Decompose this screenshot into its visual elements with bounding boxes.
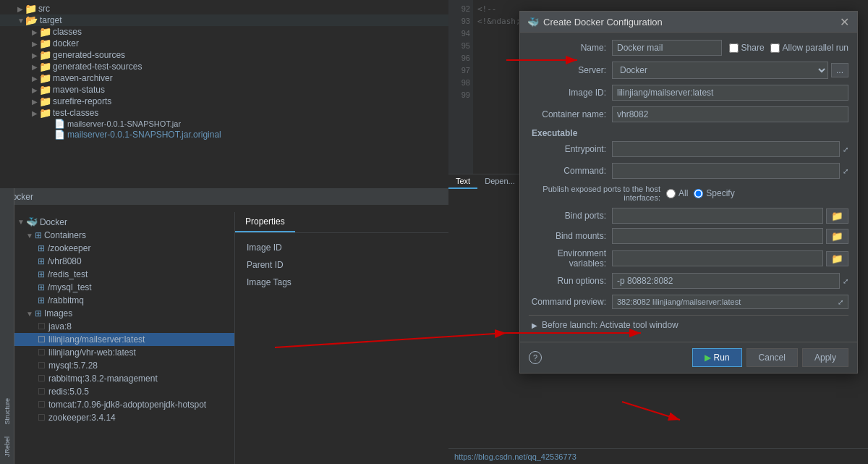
bind-mounts-browse[interactable]: 📁 [826, 229, 848, 244]
docker-tree-rabbitmq[interactable]: ⊞ /rabbitmq [14, 294, 234, 307]
tree-item-jar2[interactable]: 📄 mailserver-0.0.1-SNAPSHOT.jar.original [0, 129, 448, 140]
docker-tree: ▼ 🐳 Docker ▼ ⊞ Containers ⊞ /zookeeper ⊞… [14, 212, 235, 464]
share-label: Share [741, 43, 765, 53]
line-num-99: 99 [451, 89, 470, 101]
command-label: Command: [529, 166, 612, 176]
footer-left: ? [529, 351, 542, 364]
docker-containers-label: Containers [44, 230, 86, 240]
docker-tree-vhr8080[interactable]: ⊞ /vhr8080 [14, 255, 234, 268]
folder-icon: 📁 [25, 4, 36, 13]
server-more-btn[interactable]: ... [831, 63, 848, 77]
tab-image-id[interactable]: Image ID [241, 239, 443, 256]
entrypoint-input[interactable] [612, 141, 840, 157]
tree-item-jar1[interactable]: 📄 mailserver-0.0.1-SNAPSHOT.jar [0, 119, 448, 129]
docker-tree-zookeeper[interactable]: ⊞ /zookeeper [14, 242, 234, 255]
file-icon: 📄 [54, 119, 65, 128]
docker-tree-containers[interactable]: ▼ ⊞ Containers [14, 229, 234, 242]
before-launch-section[interactable]: ▶ Before launch: Activate tool window [529, 315, 848, 334]
folder-icon: 📁 [39, 97, 51, 106]
command-preview-row: Command preview: 382:8082 lilinjiang/mai… [529, 295, 848, 309]
docker-item-label: /redis_test [48, 269, 88, 279]
tree-label: mailserver-0.0.1-SNAPSHOT.jar.original [67, 130, 221, 140]
docker-tabs: Properties [235, 212, 448, 233]
cancel-button[interactable]: Cancel [746, 348, 798, 367]
tree-item-gen-test[interactable]: ▶ 📁 generated-test-sources [0, 61, 448, 72]
radio-specify-text: Specify [706, 188, 734, 198]
radio-specify-label[interactable]: Specify [694, 188, 734, 198]
tree-item-maven-archiver[interactable]: ▶ 📁 maven-archiver [0, 72, 448, 84]
command-preview-expand-icon[interactable]: ⤢ [838, 298, 843, 306]
tab-properties[interactable]: Properties [235, 212, 295, 232]
image-id-row: Image ID: [529, 85, 848, 101]
radio-all-label[interactable]: All [666, 188, 688, 198]
rebel-tab[interactable]: JRebel [4, 436, 11, 457]
docker-tree-rabbitmq-img[interactable]: ☐ rabbitmq:3.8.2-management [14, 372, 234, 385]
run-options-expand-icon[interactable]: ⤢ [843, 277, 848, 285]
tab-text[interactable]: Text [448, 174, 477, 189]
folder-open-icon: 📂 [26, 16, 38, 25]
close-button[interactable]: ✕ [838, 16, 850, 28]
docker-tree-mysql[interactable]: ⊞ /mysql_test [14, 281, 234, 294]
env-vars-input[interactable] [612, 250, 823, 266]
tree-item-test-classes[interactable]: ▶ 📁 test-classes [0, 107, 448, 119]
parallel-run-checkbox[interactable] [770, 43, 780, 53]
radio-all-text: All [678, 188, 688, 198]
server-row: Server: Docker ... [529, 62, 848, 79]
folder-icon: 📁 [39, 51, 51, 59]
docker-tree-mailserver[interactable]: ☐ lilinjiang/mailserver:latest [14, 333, 234, 346]
run-options-row: Run options: ⤢ [529, 273, 848, 289]
bind-mounts-label: Bind mounts: [529, 231, 612, 241]
run-button[interactable]: ▶ Run [692, 348, 742, 367]
structure-tab[interactable]: Structure [4, 398, 11, 425]
server-select[interactable]: Docker [612, 62, 828, 79]
tree-label: generated-sources [53, 50, 125, 60]
entrypoint-expand-icon[interactable]: ⤢ [843, 145, 848, 153]
bind-mounts-input[interactable] [612, 228, 823, 244]
name-input[interactable] [612, 40, 722, 56]
command-expand-icon[interactable]: ⤢ [843, 167, 848, 175]
parallel-run-label[interactable]: Allow parallel run [770, 43, 848, 53]
radio-all[interactable] [666, 189, 676, 198]
docker-tree-images[interactable]: ▼ ⊞ Images [14, 307, 234, 320]
tab-depen[interactable]: Depen... [477, 174, 522, 189]
docker-tree-vhr-web[interactable]: ☐ lilinjiang/vhr-web:latest [14, 346, 234, 359]
docker-panel-header: Docker [0, 189, 448, 205]
share-checkbox-label[interactable]: Share [729, 43, 765, 53]
line-num-92: 92 [451, 3, 470, 15]
image-id-input[interactable] [612, 85, 848, 101]
tree-item-surefire[interactable]: ▶ 📁 surefire-reports [0, 96, 448, 107]
tree-label: classes [53, 27, 82, 37]
run-options-input[interactable] [612, 273, 840, 289]
docker-tree-mysql-img[interactable]: ☐ mysql:5.7.28 [14, 359, 234, 372]
container-name-row: Container name: [529, 106, 848, 122]
docker-tree-tomcat-img[interactable]: ☐ tomcat:7.0.96-jdk8-adoptopenjdk-hotspo… [14, 398, 234, 411]
apply-button[interactable]: Apply [802, 348, 848, 367]
line-num-95: 95 [451, 40, 470, 52]
env-vars-browse[interactable]: 📁 [826, 251, 848, 266]
docker-tree-redis-img[interactable]: ☐ redis:5.0.5 [14, 385, 234, 398]
tab-parent-id[interactable]: Parent ID [241, 256, 443, 274]
file-icon: 📄 [54, 130, 65, 139]
folder-icon: 📁 [39, 39, 51, 48]
tree-item-classes[interactable]: ▶ 📁 classes [0, 26, 448, 38]
docker-tree-zookeeper-img[interactable]: ☐ zookeeper:3.4.14 [14, 411, 234, 424]
tree-item-docker[interactable]: ▶ 📁 docker [0, 38, 448, 49]
bind-ports-browse[interactable]: 📁 [826, 208, 848, 224]
radio-specify[interactable] [694, 189, 703, 198]
docker-tree-root[interactable]: ▼ 🐳 Docker [14, 215, 234, 229]
bind-ports-input[interactable] [612, 208, 823, 224]
folder-icon: 📁 [39, 109, 51, 117]
tree-item-generated-sources[interactable]: ▶ 📁 generated-sources [0, 49, 448, 61]
tree-label: mailserver-0.0.1-SNAPSHOT.jar [67, 119, 181, 128]
tree-item-src[interactable]: ▶ 📁 src [0, 3, 448, 14]
tree-item-maven-status[interactable]: ▶ 📁 maven-status [0, 84, 448, 96]
tree-item-target[interactable]: ▼ 📂 target [0, 14, 448, 26]
docker-tree-java8[interactable]: ☐ java:8 [14, 320, 234, 333]
share-checkbox[interactable] [729, 43, 739, 53]
help-button[interactable]: ? [529, 351, 542, 364]
container-name-input[interactable] [612, 106, 848, 122]
docker-tree-redis[interactable]: ⊞ /redis_test [14, 268, 234, 281]
tab-image-tags[interactable]: Image Tags [241, 274, 443, 291]
create-docker-dialog: 🐳 Create Docker Configuration ✕ Name: Sh… [519, 11, 858, 374]
command-input[interactable] [612, 163, 840, 179]
